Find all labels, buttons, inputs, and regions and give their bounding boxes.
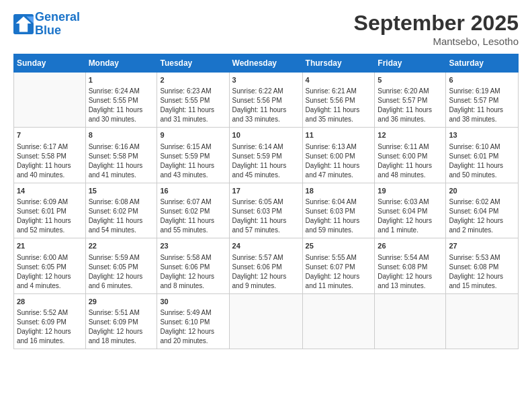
col-monday: Monday [85,54,157,73]
col-thursday: Thursday [302,54,375,73]
daylight-text: Daylight: 12 hours and 8 minutes. [160,273,214,289]
sunrise-text: Sunrise: 6:02 AM [449,198,500,205]
day-number: 27 [449,241,515,251]
day-number: 29 [89,297,154,307]
sunset-text: Sunset: 5:58 PM [17,152,66,160]
day-number: 9 [160,130,226,140]
sunset-text: Sunset: 5:58 PM [89,152,138,160]
day-number: 6 [449,75,515,85]
day-number: 25 [306,241,372,251]
sunset-text: Sunset: 6:03 PM [232,208,282,215]
daylight-text: Daylight: 12 hours and 4 minutes. [17,273,71,289]
day-number: 26 [378,241,443,251]
calendar-body: 1Sunrise: 6:24 AMSunset: 5:55 PMDaylight… [14,73,519,349]
day-number: 11 [306,130,372,140]
day-number: 5 [378,75,443,85]
calendar-cell [14,73,86,128]
sunrise-text: Sunrise: 5:52 AM [17,309,68,316]
sunset-text: Sunset: 6:03 PM [306,208,355,215]
calendar-week-3: 21Sunrise: 6:00 AMSunset: 6:05 PMDayligh… [14,238,519,293]
sunset-text: Sunset: 6:02 PM [89,208,138,215]
calendar-cell: 1Sunrise: 6:24 AMSunset: 5:55 PMDaylight… [85,73,157,128]
calendar-week-4: 28Sunrise: 5:52 AMSunset: 6:09 PMDayligh… [14,293,519,349]
sunset-text: Sunset: 6:09 PM [17,318,66,326]
day-number: 10 [232,130,300,140]
sunset-text: Sunset: 6:06 PM [160,263,210,271]
sunset-text: Sunset: 6:02 PM [160,208,210,215]
daylight-text: Daylight: 12 hours and 15 minutes. [449,273,503,289]
day-number: 22 [89,241,154,251]
day-number: 8 [89,130,154,140]
day-number: 18 [306,186,372,196]
sunset-text: Sunset: 5:57 PM [449,97,498,104]
daylight-text: Daylight: 12 hours and 16 minutes. [17,328,71,345]
sunrise-text: Sunrise: 5:54 AM [378,254,429,261]
calendar-cell: 13Sunrise: 6:10 AMSunset: 6:01 PMDayligh… [446,128,519,183]
calendar-cell: 11Sunrise: 6:13 AMSunset: 6:00 PMDayligh… [302,128,375,183]
calendar-cell: 12Sunrise: 6:11 AMSunset: 6:00 PMDayligh… [375,128,446,183]
daylight-text: Daylight: 11 hours and 55 minutes. [160,217,214,234]
sunset-text: Sunset: 5:55 PM [89,97,138,104]
sunset-text: Sunset: 5:56 PM [306,97,355,104]
calendar-cell: 18Sunrise: 6:04 AMSunset: 6:03 PMDayligh… [302,183,375,238]
sunset-text: Sunset: 6:08 PM [449,263,498,271]
daylight-text: Daylight: 12 hours and 11 minutes. [306,273,360,289]
daylight-text: Daylight: 11 hours and 33 minutes. [232,106,287,123]
sunset-text: Sunset: 6:06 PM [232,263,282,271]
calendar-cell: 25Sunrise: 5:55 AMSunset: 6:07 PMDayligh… [302,238,375,293]
sunset-text: Sunset: 6:10 PM [160,318,210,326]
daylight-text: Daylight: 11 hours and 45 minutes. [232,162,287,179]
sunrise-text: Sunrise: 6:10 AM [449,143,500,150]
daylight-text: Daylight: 11 hours and 40 minutes. [17,162,71,179]
daylight-text: Daylight: 12 hours and 1 minute. [378,217,432,234]
sunrise-text: Sunrise: 5:59 AM [89,254,140,261]
daylight-text: Daylight: 11 hours and 57 minutes. [232,217,287,234]
sunset-text: Sunset: 5:59 PM [160,152,210,160]
sunset-text: Sunset: 6:00 PM [306,152,355,160]
sunrise-text: Sunrise: 6:04 AM [306,198,357,205]
sunset-text: Sunset: 5:57 PM [378,97,427,104]
calendar-cell: 16Sunrise: 6:07 AMSunset: 6:02 PMDayligh… [157,183,229,238]
daylight-text: Daylight: 12 hours and 9 minutes. [232,273,287,289]
col-friday: Friday [375,54,446,73]
daylight-text: Daylight: 12 hours and 20 minutes. [160,328,214,345]
sunrise-text: Sunrise: 6:17 AM [17,143,68,150]
day-number: 16 [160,186,226,196]
daylight-text: Daylight: 12 hours and 13 minutes. [378,273,432,289]
sunrise-text: Sunrise: 6:20 AM [378,87,429,95]
sunrise-text: Sunrise: 5:51 AM [89,309,140,316]
day-number: 17 [232,186,300,196]
day-number: 19 [378,186,443,196]
sunrise-text: Sunrise: 6:19 AM [449,87,500,95]
calendar-cell [446,293,519,349]
calendar-cell: 30Sunrise: 5:49 AMSunset: 6:10 PMDayligh… [157,293,229,349]
sunrise-text: Sunrise: 6:11 AM [378,143,429,150]
calendar-cell: 5Sunrise: 6:20 AMSunset: 5:57 PMDaylight… [375,73,446,128]
calendar-cell: 21Sunrise: 6:00 AMSunset: 6:05 PMDayligh… [14,238,86,293]
sunset-text: Sunset: 6:00 PM [378,152,427,160]
logo-line1: General [35,10,80,24]
sunrise-text: Sunrise: 5:53 AM [449,254,500,261]
calendar-cell: 22Sunrise: 5:59 AMSunset: 6:05 PMDayligh… [85,238,157,293]
sunrise-text: Sunrise: 6:24 AM [89,87,140,95]
sunset-text: Sunset: 6:01 PM [449,152,498,160]
month-title: September 2025 [354,11,519,36]
header: General Blue September 2025 Mantsebo, Le… [13,11,519,47]
col-tuesday: Tuesday [157,54,229,73]
sunset-text: Sunset: 6:09 PM [89,318,138,326]
sunset-text: Sunset: 6:05 PM [89,263,138,271]
sunset-text: Sunset: 6:08 PM [378,263,427,271]
calendar-cell: 14Sunrise: 6:09 AMSunset: 6:01 PMDayligh… [14,183,86,238]
sunrise-text: Sunrise: 6:03 AM [378,198,429,205]
col-wednesday: Wednesday [229,54,302,73]
daylight-text: Daylight: 11 hours and 48 minutes. [378,162,432,179]
title-block: September 2025 Mantsebo, Lesotho [354,11,519,47]
calendar-cell: 28Sunrise: 5:52 AMSunset: 6:09 PMDayligh… [14,293,86,349]
day-number: 2 [160,75,226,85]
calendar-cell: 7Sunrise: 6:17 AMSunset: 5:58 PMDaylight… [14,128,86,183]
sunrise-text: Sunrise: 6:22 AM [232,87,283,95]
daylight-text: Daylight: 11 hours and 50 minutes. [449,162,503,179]
calendar-cell: 4Sunrise: 6:21 AMSunset: 5:56 PMDaylight… [302,73,375,128]
daylight-text: Daylight: 11 hours and 59 minutes. [306,217,360,234]
daylight-text: Daylight: 11 hours and 41 minutes. [89,162,143,179]
